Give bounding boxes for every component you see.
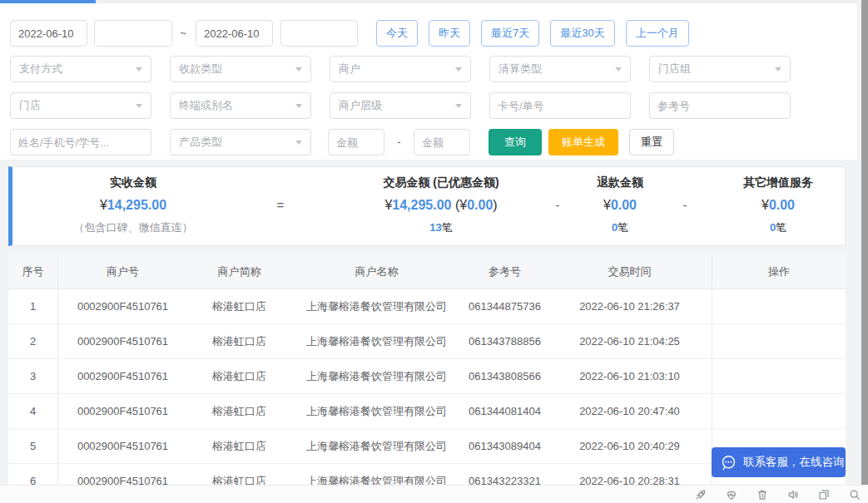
last-7-days-button[interactable]: 最近7天 xyxy=(481,20,539,47)
other-services-label: 其它增值服务 xyxy=(743,175,813,190)
transaction-time-cell: 2022-06-10 20:40:29 xyxy=(548,429,712,464)
refund-amount-value: ¥0.00 xyxy=(603,198,637,213)
merchant-id-cell: 0002900F4510761 xyxy=(58,359,187,394)
refund-amount-block: 退款金额 ¥0.00 0笔 xyxy=(553,167,687,245)
bottom-toolbar xyxy=(0,485,868,503)
row-index-cell: 1 xyxy=(8,289,58,324)
refund-count: 0笔 xyxy=(612,220,628,235)
row-index-cell: 2 xyxy=(8,324,58,359)
table-row[interactable]: 1 0002900F4510761 榕港虹口店 上海馨榕港餐饮管理有限公司 06… xyxy=(8,289,846,324)
action-cell xyxy=(712,324,846,359)
merchant-short-name-cell: 榕港虹口店 xyxy=(187,359,291,394)
transaction-query-page: ~ 今天 昨天 最近7天 最近30天 上一个月 支付方式 收款类型 商户 清算类… xyxy=(0,0,868,503)
header-merchant-name: 商户名称 xyxy=(291,254,462,289)
last-30-days-button[interactable]: 最近30天 xyxy=(550,20,614,47)
end-time-input[interactable] xyxy=(280,20,358,47)
merchant-level-dropdown[interactable]: 商户层级 xyxy=(330,92,471,119)
other-services-count: 0笔 xyxy=(770,220,786,235)
refund-amount-label: 退款金额 xyxy=(597,175,643,190)
merchant-id-cell: 0002900F4510761 xyxy=(58,394,187,429)
reference-no-cell: 061344875736 xyxy=(462,289,548,324)
merchant-label: 商户 xyxy=(339,62,360,76)
merchant-short-name-cell: 榕港虹口店 xyxy=(187,324,291,359)
collection-type-dropdown[interactable]: 收款类型 xyxy=(170,56,311,82)
payment-method-dropdown[interactable]: 支付方式 xyxy=(10,56,151,82)
card-no-input[interactable] xyxy=(489,92,631,119)
table-header-row: 序号 商户号 商户简称 商户名称 参考号 交易时间 操作 xyxy=(8,254,846,289)
store-group-dropdown[interactable]: 门店组 xyxy=(649,56,791,82)
header-index: 序号 xyxy=(8,254,58,289)
merchant-short-name-cell: 榕港虹口店 xyxy=(187,289,291,324)
search-button[interactable]: 查询 xyxy=(489,129,542,155)
table-row[interactable]: 2 0002900F4510761 榕港虹口店 上海馨榕港餐饮管理有限公司 06… xyxy=(8,324,846,359)
merchant-id-cell: 0002900F4510761 xyxy=(58,324,187,359)
product-type-label: 产品类型 xyxy=(179,135,222,150)
date-range-separator: ~ xyxy=(176,20,191,47)
today-button[interactable]: 今天 xyxy=(376,20,418,47)
reference-no-cell: 061344081404 xyxy=(462,394,548,429)
settlement-type-dropdown[interactable]: 清算类型 xyxy=(489,56,631,82)
summary-panel: 实收金额 ¥14,295.00 （包含口碑、微信直连） = 交易金额 (已优惠金… xyxy=(8,166,846,246)
search-icon[interactable] xyxy=(848,488,861,501)
other-services-block: 其它增值服务 ¥0.00 0笔 xyxy=(712,167,845,245)
transaction-count: 13笔 xyxy=(429,220,452,235)
start-time-input[interactable] xyxy=(94,20,172,47)
received-amount-label: 实收金额 xyxy=(110,175,156,190)
table-row[interactable]: 3 0002900F4510761 榕港虹口店 上海馨榕港餐饮管理有限公司 06… xyxy=(8,359,846,394)
chevron-down-icon xyxy=(775,67,781,72)
rocket-icon[interactable] xyxy=(694,488,707,501)
merchant-dropdown[interactable]: 商户 xyxy=(330,56,471,82)
store-group-label: 门店组 xyxy=(658,62,691,76)
merchant-short-name-cell: 榕港虹口店 xyxy=(187,429,291,464)
heart-pulse-icon[interactable] xyxy=(725,488,738,501)
header-merchant-id: 商户号 xyxy=(58,254,187,289)
trash-icon[interactable] xyxy=(756,488,769,501)
merchant-name-cell: 上海馨榕港餐饮管理有限公司 xyxy=(291,289,462,324)
vertical-scrollbar[interactable] xyxy=(857,0,868,485)
last-month-button[interactable]: 上一个月 xyxy=(626,20,689,47)
reference-no-cell: 061343089404 xyxy=(462,429,548,464)
merchant-level-label: 商户层级 xyxy=(339,98,382,113)
amount-min-input[interactable] xyxy=(328,129,384,155)
table-row[interactable]: 4 0002900F4510761 榕港虹口店 上海馨榕港餐饮管理有限公司 06… xyxy=(8,394,846,429)
row-index-cell: 5 xyxy=(8,429,58,464)
header-action: 操作 xyxy=(712,254,846,289)
reference-no-input[interactable] xyxy=(649,92,791,119)
chevron-down-icon xyxy=(455,67,462,72)
merchant-id-cell: 0002900F4510761 xyxy=(58,289,187,324)
reference-no-cell: 061343788856 xyxy=(462,324,548,359)
other-services-value: ¥0.00 xyxy=(761,198,795,213)
start-date-input[interactable] xyxy=(10,20,87,47)
received-amount-value: ¥14,295.00 xyxy=(100,198,166,213)
active-tab-indicator xyxy=(0,0,96,3)
merchant-short-name-cell: 榕港虹口店 xyxy=(187,394,291,429)
transaction-time-cell: 2022-06-10 21:04:25 xyxy=(548,324,712,359)
end-date-input[interactable] xyxy=(196,20,273,47)
amount-max-input[interactable] xyxy=(414,129,470,155)
chevron-down-icon xyxy=(295,67,302,72)
merchant-id-cell: 0002900F4510761 xyxy=(58,429,187,464)
chevron-down-icon xyxy=(136,67,142,72)
settlement-type-label: 清算类型 xyxy=(498,62,542,76)
reset-button[interactable]: 重置 xyxy=(629,129,674,155)
windows-icon[interactable] xyxy=(817,488,831,501)
chevron-down-icon xyxy=(295,104,302,108)
header-merchant-short-name: 商户简称 xyxy=(187,254,291,289)
merchant-name-cell: 上海馨榕港餐饮管理有限公司 xyxy=(291,394,462,429)
header-transaction-time: 交易时间 xyxy=(548,254,712,289)
transaction-amount-value: ¥14,295.00 (¥0.00) xyxy=(384,198,497,213)
terminal-alias-dropdown[interactable]: 终端或别名 xyxy=(170,92,311,119)
store-dropdown[interactable]: 门店 xyxy=(10,92,151,119)
yesterday-button[interactable]: 昨天 xyxy=(429,20,470,47)
product-type-dropdown[interactable]: 产品类型 xyxy=(170,129,311,155)
name-phone-input[interactable] xyxy=(10,129,151,155)
contact-support-button[interactable]: 联系客服，在线咨询 xyxy=(712,447,846,477)
collection-type-label: 收款类型 xyxy=(179,62,222,76)
scrollbar-thumb[interactable] xyxy=(861,0,868,485)
chevron-down-icon xyxy=(136,104,142,108)
transaction-time-cell: 2022-06-10 20:47:40 xyxy=(548,394,712,429)
row-index-cell: 4 xyxy=(8,394,58,429)
chevron-down-icon xyxy=(615,67,622,72)
generate-bill-button[interactable]: 账单生成 xyxy=(548,129,618,155)
speaker-icon[interactable] xyxy=(786,488,800,501)
